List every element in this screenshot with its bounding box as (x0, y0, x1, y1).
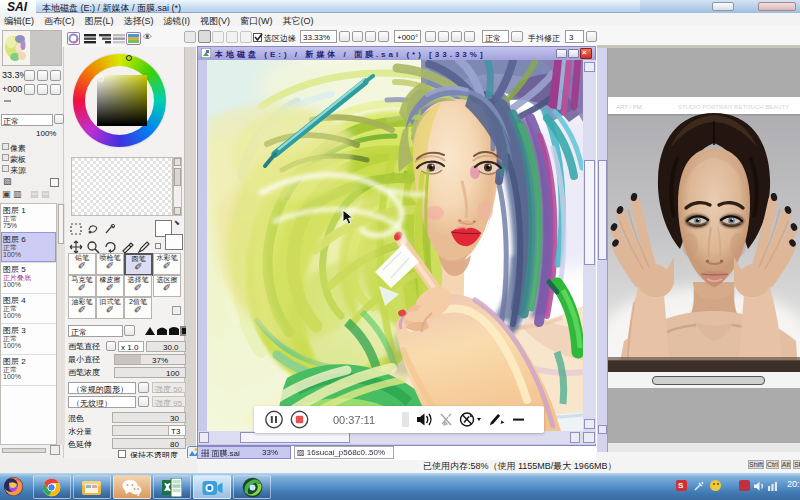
svg-text:STUDIO PORTRAIT RETOUCH BEA: STUDIO PORTRAIT RETOUCH BEAUTY (678, 104, 789, 110)
svg-text:X: X (164, 482, 171, 493)
svg-text:ART / PM: ART / PM (616, 104, 642, 110)
svg-text:00:37:11: 00:37:11 (333, 414, 375, 426)
